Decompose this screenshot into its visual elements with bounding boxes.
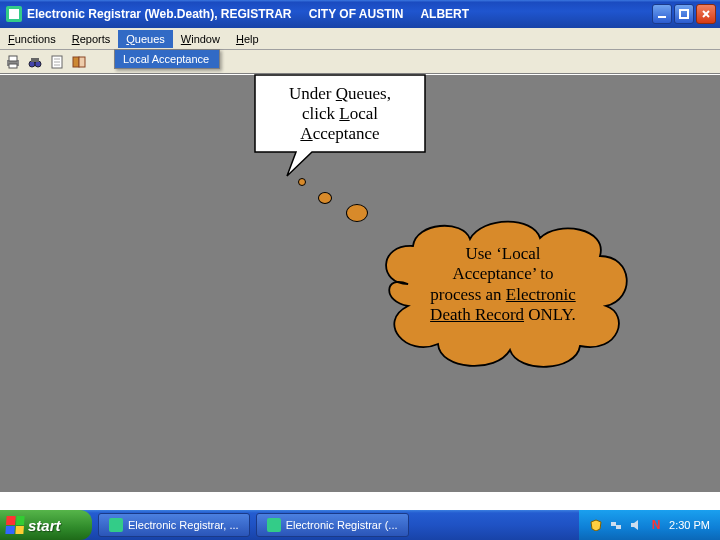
document-icon[interactable]	[48, 53, 66, 71]
svg-rect-20	[267, 518, 281, 532]
svg-rect-19	[109, 518, 123, 532]
tray-shield-icon[interactable]	[589, 518, 603, 532]
callout-l2a: click	[302, 104, 339, 123]
menu-reports[interactable]: Reports	[64, 30, 119, 48]
svg-marker-23	[631, 520, 638, 530]
queues-dropdown: Local Acceptance	[114, 49, 220, 69]
tray-volume-icon[interactable]	[629, 518, 643, 532]
title-org: CITY OF AUSTIN	[309, 7, 404, 21]
taskbar: start Electronic Registrar, ... Electron…	[0, 510, 720, 540]
taskbar-item-2-label: Electronic Registrar (...	[286, 519, 398, 531]
book-icon[interactable]	[70, 53, 88, 71]
callout-l2b: ocal	[350, 104, 378, 123]
taskbar-item-1-label: Electronic Registrar, ...	[128, 519, 239, 531]
title-user: ALBERT	[420, 7, 469, 21]
svg-rect-7	[9, 56, 17, 61]
menu-help[interactable]: Help	[228, 30, 267, 48]
task-app-icon-2	[267, 518, 281, 532]
title-app: Electronic Registrar (Web.Death), REGIST…	[27, 7, 292, 21]
svg-rect-11	[31, 58, 39, 62]
minimize-button[interactable]	[652, 4, 672, 24]
close-button[interactable]	[696, 4, 716, 24]
system-tray: N 2:30 PM	[579, 510, 720, 540]
svg-rect-22	[616, 525, 621, 529]
cloud-text: Use ‘Local Acceptance’ to process an Ele…	[396, 244, 610, 326]
windows-logo-icon	[5, 516, 24, 534]
app-icon	[6, 6, 22, 22]
task-app-icon	[109, 518, 123, 532]
dropdown-local-acceptance[interactable]: Local Acceptance	[115, 50, 219, 68]
taskbar-item-1[interactable]: Electronic Registrar, ...	[98, 513, 250, 537]
svg-rect-1	[9, 9, 19, 19]
cloud-l1: Use ‘Local	[465, 244, 540, 263]
binoculars-icon[interactable]	[26, 53, 44, 71]
thought-bubble-1	[298, 178, 306, 186]
tray-network-icon[interactable]	[609, 518, 623, 532]
svg-rect-21	[611, 522, 616, 526]
window-controls	[652, 4, 716, 24]
maximize-button[interactable]	[674, 4, 694, 24]
menubar: Functions Reports Queues Window Help	[0, 28, 720, 50]
svg-rect-3	[680, 10, 688, 18]
callout-l3u: A	[300, 124, 312, 143]
callout-l1a: Under	[289, 84, 336, 103]
cloud-l3u: Electronic	[506, 285, 576, 304]
tray-n-icon[interactable]: N	[649, 518, 663, 532]
menu-functions-rest: unctions	[15, 33, 56, 45]
menu-window[interactable]: Window	[173, 30, 228, 48]
start-button[interactable]: start	[0, 510, 92, 540]
print-icon[interactable]	[4, 53, 22, 71]
callout-text: Under Queues, click Local Acceptance	[258, 78, 422, 148]
thought-cloud: Use ‘Local Acceptance’ to process an Ele…	[368, 214, 638, 374]
taskbar-item-2[interactable]: Electronic Registrar (...	[256, 513, 409, 537]
callout-l2u: L	[339, 104, 349, 123]
callout-l1b: ueues,	[348, 84, 391, 103]
callout-l3b: cceptance	[313, 124, 380, 143]
svg-rect-17	[79, 57, 85, 67]
thought-bubble-2	[318, 192, 332, 204]
title-text: Electronic Registrar (Web.Death), REGIST…	[27, 7, 483, 21]
start-label: start	[28, 517, 61, 534]
cloud-l3a: process an	[430, 285, 506, 304]
menu-queues[interactable]: Queues	[118, 30, 173, 48]
window-titlebar: Electronic Registrar (Web.Death), REGIST…	[0, 0, 720, 28]
toolbar	[0, 50, 720, 74]
cloud-l4u: Death Record	[430, 305, 524, 324]
tray-clock[interactable]: 2:30 PM	[669, 519, 710, 531]
cloud-l2: Acceptance’ to	[452, 264, 553, 283]
svg-rect-16	[73, 57, 79, 67]
svg-rect-2	[658, 16, 666, 18]
svg-rect-8	[9, 64, 17, 68]
cloud-l4b: ONLY.	[524, 305, 576, 324]
menu-functions[interactable]: Functions	[0, 30, 64, 48]
thought-bubble-3	[346, 204, 368, 222]
slide-root: Electronic Registrar (Web.Death), REGIST…	[0, 0, 720, 540]
callout-l1u: Q	[336, 84, 348, 103]
